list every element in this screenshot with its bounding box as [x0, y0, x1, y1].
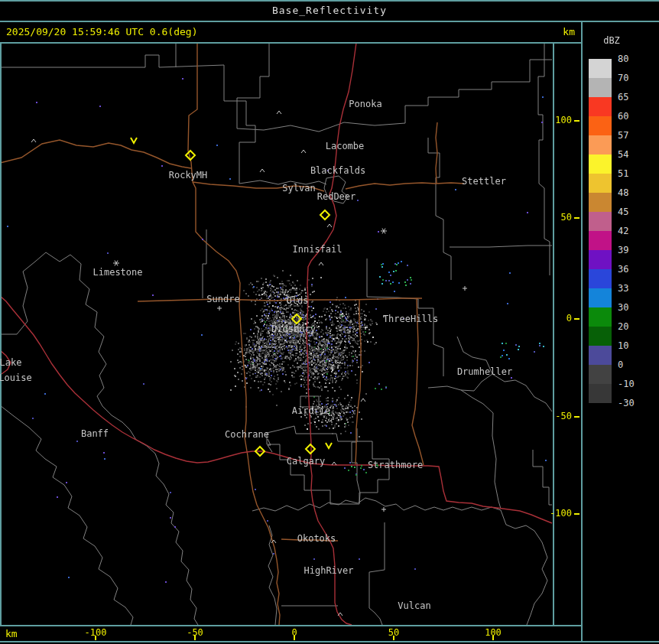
frame-line-top	[0, 0, 659, 2]
legend-swatch	[589, 97, 612, 116]
legend-value-label: -30	[618, 398, 651, 408]
city-label: Didsbury	[271, 324, 316, 334]
city-label: HighRiver	[304, 565, 353, 576]
city-label: Stettler	[462, 176, 506, 187]
legend-value-label: 57	[618, 130, 651, 141]
legend-value-label: 36	[618, 264, 651, 275]
legend-value-label: 51	[618, 168, 651, 179]
city-label: Okotoks	[297, 533, 336, 544]
legend-value-label: 80	[618, 54, 651, 64]
bottom-axis-tick-mark	[492, 636, 494, 640]
city-label: Blackfalds	[310, 165, 365, 176]
legend-value-label: 60	[618, 111, 651, 122]
timestamp-readout: 2025/09/20 15:59:46 UTC 0.6(deg)	[6, 26, 197, 37]
city-label: Olds	[287, 295, 309, 306]
city-label: Louise	[0, 372, 32, 383]
bottom-axis-tick-mark	[294, 636, 295, 640]
city-label: Vulcan	[398, 600, 430, 611]
right-axis-tick-mark	[574, 217, 579, 219]
legend-value-label: 39	[618, 245, 651, 255]
legend-swatch	[589, 365, 612, 384]
city-label: Innisfail	[292, 244, 342, 255]
frame-line-plot-right	[553, 43, 554, 625]
legend-swatch	[589, 307, 612, 327]
legend-swatch	[589, 269, 612, 288]
city-label: Sylvan	[282, 183, 315, 194]
legend-value-label: 42	[618, 226, 651, 236]
radar-app-window: { "window": { "title": "Base_Reflectivit…	[0, 0, 659, 644]
legend-swatch	[589, 59, 612, 78]
legend-swatch	[589, 174, 612, 193]
city-label: Banff	[81, 428, 109, 439]
legend-value-label: 48	[618, 187, 651, 198]
bottom-axis-tick-mark	[95, 636, 96, 640]
city-label: Lacombe	[326, 141, 365, 151]
legend-value-label: 30	[618, 302, 651, 313]
legend-value-label: 70	[618, 73, 651, 83]
right-axis-tick-mark	[574, 513, 579, 515]
legend-value-label: 65	[618, 92, 651, 102]
city-label: Drumheller	[457, 366, 512, 377]
legend-value-label: 0	[618, 359, 651, 370]
window-title: Base_Reflectivity	[0, 5, 659, 16]
bottom-axis-unit-label: km	[5, 628, 18, 639]
legend-swatch	[589, 154, 612, 174]
city-label: Sundre	[206, 294, 239, 304]
city-label: ThreeHills	[383, 314, 438, 324]
legend-swatch	[589, 193, 612, 212]
legend-value-label: 20	[618, 321, 651, 332]
legend-swatch	[589, 78, 612, 97]
frame-line-plot-bottom	[0, 625, 581, 626]
legend-swatch	[589, 116, 612, 135]
legend-swatch	[589, 346, 612, 365]
right-axis-tick-mark	[574, 120, 579, 122]
city-label: Strathmore	[368, 460, 423, 470]
legend-value-label: 54	[618, 149, 651, 160]
city-label: Airdrie	[292, 405, 331, 416]
legend-value-label: 33	[618, 283, 651, 294]
right-axis-tick-mark	[574, 416, 579, 418]
legend-swatch	[589, 327, 612, 346]
legend-swatch	[589, 135, 612, 154]
frame-line-under-title	[0, 21, 659, 22]
right-axis-unit-label: km	[552, 26, 575, 37]
right-axis-tick-label: 0	[541, 313, 572, 324]
bottom-axis-tick-mark	[194, 636, 196, 640]
right-axis-tick-mark	[574, 318, 579, 320]
legend-swatch	[589, 250, 612, 269]
legend-value-label: 10	[618, 340, 651, 351]
legend-title: dBZ	[589, 35, 635, 46]
city-label: RockyMH	[169, 170, 208, 181]
legend-swatch	[589, 212, 612, 231]
legend-swatch	[589, 231, 612, 250]
frame-line-plot-left	[0, 43, 2, 625]
bottom-axis-tick-mark	[393, 636, 394, 640]
frame-line-under-stamp	[0, 42, 581, 44]
right-axis-tick-label: 100	[541, 115, 572, 125]
city-label: RedDeer	[317, 191, 356, 202]
city-label: Ponoka	[349, 99, 381, 109]
frame-line-legend-left	[581, 21, 583, 642]
legend-swatch	[589, 384, 612, 403]
right-axis-tick-label: -50	[541, 411, 572, 421]
legend-value-label: -10	[618, 379, 651, 389]
frame-line-bottom	[0, 641, 659, 642]
city-label: Cochrane	[225, 429, 269, 440]
right-axis-tick-label: 50	[541, 212, 572, 223]
city-label: Calgary	[287, 456, 326, 467]
right-axis-tick-label: -100	[541, 508, 572, 519]
city-label: Lake	[0, 357, 21, 368]
city-label: Limestone	[93, 267, 142, 278]
legend-swatch	[589, 288, 612, 307]
legend-value-label: 45	[618, 207, 651, 217]
